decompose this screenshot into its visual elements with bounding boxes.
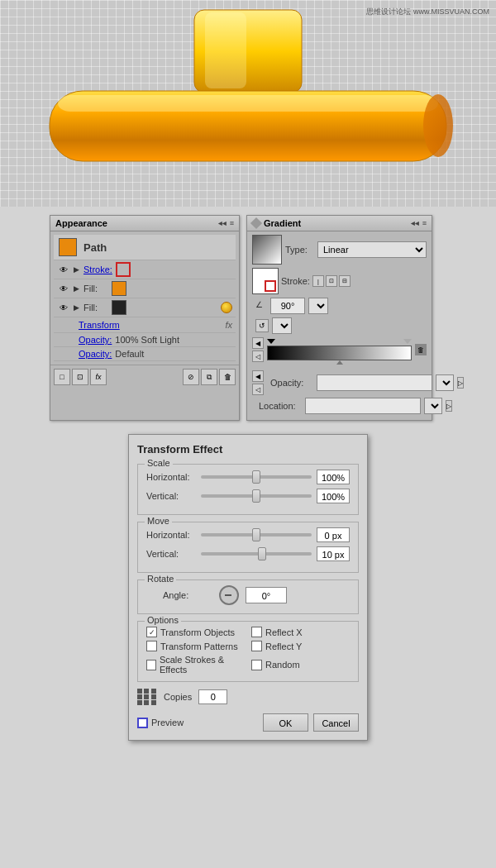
stroke-style-2[interactable]: ⊡ bbox=[326, 275, 337, 287]
menu-icon-2[interactable]: ≡ bbox=[422, 219, 427, 227]
move-v-slider[interactable] bbox=[201, 552, 312, 556]
fill2-swatch bbox=[112, 300, 126, 315]
stop-right[interactable] bbox=[403, 339, 412, 344]
rotate-row: Angle: 0° bbox=[146, 585, 350, 605]
cb-transform-patterns[interactable]: Transform Patterns bbox=[146, 641, 245, 651]
location-input[interactable] bbox=[305, 398, 421, 414]
opacity-input[interactable] bbox=[317, 374, 432, 391]
opacity-side-1[interactable]: ◀ bbox=[252, 370, 264, 382]
opacity-right-btn[interactable]: ▷ bbox=[457, 377, 464, 389]
angle-input-box[interactable]: 0° bbox=[246, 587, 287, 603]
ok-button[interactable]: OK bbox=[263, 713, 308, 732]
scale-h-slider[interactable] bbox=[201, 475, 312, 479]
reverse-dropdown[interactable]: ▼ bbox=[272, 317, 292, 334]
cb-scale-strokes[interactable]: Scale Strokes & Effects bbox=[146, 655, 245, 675]
angle-dropdown[interactable]: ▼ bbox=[308, 298, 328, 314]
scale-h-thumb[interactable] bbox=[252, 470, 260, 484]
angle-input[interactable] bbox=[270, 298, 305, 314]
copies-input[interactable] bbox=[198, 689, 227, 704]
menu-icon[interactable]: ≡ bbox=[230, 219, 234, 227]
duplicate-btn[interactable]: ⊡ bbox=[72, 369, 88, 385]
rotate-section: Rotate Angle: 0° bbox=[137, 579, 359, 614]
left-side-btn-2[interactable]: ◁ bbox=[252, 351, 264, 362]
left-side-btn-1[interactable]: ◀ bbox=[252, 337, 264, 349]
transform-link[interactable]: Transform bbox=[79, 320, 225, 330]
no-icon[interactable]: ⊘ bbox=[183, 369, 199, 385]
scale-v-thumb[interactable] bbox=[252, 489, 260, 503]
eye-icon-fill1[interactable]: 👁 bbox=[57, 282, 70, 295]
gradient-bar-section: ◀ ◁ 🗑 bbox=[252, 337, 427, 362]
stop-left[interactable] bbox=[267, 339, 275, 344]
cb-random-box[interactable] bbox=[251, 660, 262, 670]
eye-icon-fill2[interactable]: 👁 bbox=[57, 301, 70, 314]
cb-transform-objects[interactable]: Transform Objects bbox=[146, 627, 245, 637]
scale-v-slider[interactable] bbox=[201, 494, 312, 498]
stroke-style-1[interactable]: | bbox=[312, 275, 324, 287]
cb-reflect-x[interactable]: Reflect X bbox=[251, 627, 350, 637]
opacity1-label[interactable]: Opacity: bbox=[79, 335, 112, 345]
eye-icon-stroke[interactable]: 👁 bbox=[57, 263, 70, 276]
cb-reflect-x-box[interactable] bbox=[251, 627, 262, 637]
arrow-fill1: ▶ bbox=[74, 284, 82, 293]
cb-random-label: Random bbox=[265, 660, 300, 670]
collapse-icon-2[interactable]: ◂◂ bbox=[411, 219, 419, 227]
right-side-btn-1[interactable]: 🗑 bbox=[415, 344, 427, 355]
collapse-icon[interactable]: ◂◂ bbox=[218, 219, 227, 227]
type-select[interactable]: Linear bbox=[317, 241, 427, 258]
cb-scale-strokes-box[interactable] bbox=[146, 660, 156, 670]
cb-transform-patterns-box[interactable] bbox=[146, 641, 157, 651]
scale-v-label: Vertical: bbox=[146, 491, 196, 501]
stop-mid[interactable] bbox=[336, 360, 343, 365]
shape-svg bbox=[33, 8, 463, 198]
appearance-panel: Appearance ◂◂ ≡ Path 👁 ▶ Stroke: 👁 ▶ bbox=[50, 215, 240, 421]
transform-row: Transform fx bbox=[54, 317, 236, 333]
move-h-slider[interactable] bbox=[201, 533, 312, 537]
gradient-bar[interactable] bbox=[267, 346, 412, 360]
angle-icon: ∠ bbox=[255, 300, 267, 312]
reverse-icon[interactable]: ↺ bbox=[255, 319, 269, 332]
copies-row: Copies bbox=[137, 689, 359, 705]
preview-checkbox[interactable] bbox=[137, 718, 148, 728]
cancel-button[interactable]: Cancel bbox=[313, 713, 359, 732]
opacity-select[interactable]: ▼ bbox=[436, 374, 454, 391]
location-label: Location: bbox=[259, 401, 302, 411]
cb-reflect-y[interactable]: Reflect Y bbox=[251, 641, 350, 651]
opacity2-value: Default bbox=[115, 349, 144, 359]
scale-h-value[interactable]: 100% bbox=[317, 470, 350, 484]
copy-btn[interactable]: ⧉ bbox=[201, 369, 217, 385]
stroke-label[interactable]: Stroke: bbox=[83, 265, 112, 274]
move-h-thumb[interactable] bbox=[252, 528, 260, 541]
stroke-style-3[interactable]: ⊟ bbox=[339, 275, 351, 287]
cb-transform-objects-box[interactable] bbox=[146, 627, 157, 637]
gold-circle-indicator bbox=[221, 302, 232, 313]
copies-label: Copies bbox=[164, 692, 192, 702]
move-h-value[interactable]: 0 px bbox=[317, 527, 350, 542]
fx-badge: fx bbox=[225, 320, 232, 330]
type-label: Type: bbox=[285, 245, 314, 255]
cb-random[interactable]: Random bbox=[251, 655, 350, 675]
scale-v-value[interactable]: 100% bbox=[317, 489, 350, 503]
location-right-btn[interactable]: ▷ bbox=[446, 400, 452, 412]
svg-point-3 bbox=[423, 94, 453, 157]
canvas-area: 思维设计论坛 www.MISSVUAN.COM bbox=[0, 0, 496, 207]
move-v-thumb[interactable] bbox=[258, 547, 266, 560]
fx-btn[interactable]: fx bbox=[90, 369, 107, 385]
stroke-sample bbox=[252, 268, 279, 294]
options-grid: Transform Objects Reflect X Transform Pa… bbox=[146, 627, 350, 675]
fill2-label: Fill: bbox=[83, 303, 108, 312]
move-label: Move bbox=[145, 516, 172, 526]
cb-reflect-y-box[interactable] bbox=[251, 641, 262, 651]
angle-dial[interactable] bbox=[219, 585, 239, 605]
opacity2-label[interactable]: Opacity: bbox=[79, 349, 112, 359]
angle-row-label: Angle: bbox=[163, 590, 212, 600]
move-section: Move Horizontal: 0 px Vertical: 10 px bbox=[137, 522, 359, 573]
move-h-row: Horizontal: 0 px bbox=[146, 527, 350, 542]
panel-controls[interactable]: ◂◂ ≡ bbox=[218, 219, 234, 227]
opacity-side-2[interactable]: ◁ bbox=[252, 384, 264, 395]
delete-btn[interactable]: 🗑 bbox=[219, 369, 236, 385]
stroke-row: 👁 ▶ Stroke: bbox=[54, 260, 236, 279]
cb-scale-strokes-label: Scale Strokes & Effects bbox=[160, 655, 245, 675]
new-layer-btn[interactable]: □ bbox=[54, 369, 70, 385]
location-select[interactable]: ▼ bbox=[424, 398, 442, 414]
move-v-value[interactable]: 10 px bbox=[317, 546, 350, 561]
